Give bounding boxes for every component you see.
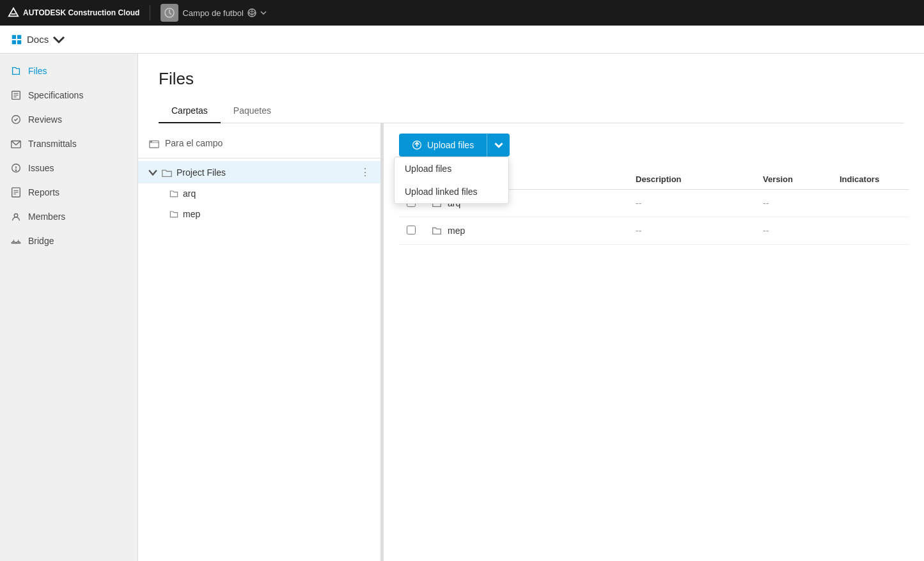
sidebar-item-issues[interactable]: Issues bbox=[0, 156, 137, 180]
docsbar: Docs bbox=[0, 26, 924, 54]
sidebar-item-members-label: Members bbox=[28, 211, 65, 222]
dropdown-upload-files[interactable]: Upload files bbox=[395, 157, 508, 180]
svg-rect-5 bbox=[12, 35, 16, 38]
tab-paquetes[interactable]: Paquetes bbox=[221, 99, 284, 123]
sidebar-item-reviews[interactable]: Reviews bbox=[0, 107, 137, 132]
topbar-project: Campo de futbol bbox=[161, 4, 266, 22]
row-version-arq: -- bbox=[755, 190, 832, 217]
docs-nav-item[interactable]: Docs bbox=[10, 33, 65, 46]
sidebar-item-bridge[interactable]: Bridge bbox=[0, 229, 137, 253]
dropdown-upload-linked[interactable]: Upload linked files bbox=[395, 180, 508, 203]
main-header: Files Carpetas Paquetes bbox=[138, 54, 924, 123]
content-area: Para el campo Project Files ⋮ arq mep bbox=[138, 123, 924, 561]
tab-carpetas[interactable]: Carpetas bbox=[159, 99, 221, 123]
svg-marker-0 bbox=[9, 8, 18, 17]
sidebar-item-files[interactable]: Files bbox=[0, 59, 137, 83]
project-icon bbox=[161, 4, 178, 22]
svg-point-22 bbox=[14, 214, 17, 217]
row-desc-mep: -- bbox=[628, 217, 755, 245]
sidebar-item-reviews-label: Reviews bbox=[28, 114, 62, 125]
sidebar-item-bridge-label: Bridge bbox=[28, 236, 54, 246]
field-row[interactable]: Para el campo bbox=[138, 131, 380, 155]
tree-child-mep-label: mep bbox=[183, 209, 200, 219]
project-folder-name: Project Files bbox=[176, 167, 226, 178]
row-indicators-mep bbox=[832, 217, 909, 245]
sidebar-item-transmittals[interactable]: Transmittals bbox=[0, 132, 137, 156]
project-name: Campo de futbol bbox=[182, 8, 243, 18]
files-panel: Upload files Upload files Upload linked … bbox=[384, 123, 924, 561]
tree-separator bbox=[138, 158, 380, 158]
svg-rect-6 bbox=[17, 35, 21, 38]
svg-point-17 bbox=[15, 170, 16, 171]
col-version-header: Version bbox=[755, 169, 832, 190]
file-tree: Para el campo Project Files ⋮ arq mep bbox=[138, 123, 381, 561]
brand-text: AUTODESK Construction Cloud bbox=[23, 8, 139, 17]
row-name-mep[interactable]: mep bbox=[423, 217, 628, 245]
tree-child-mep[interactable]: mep bbox=[138, 204, 380, 224]
col-indicators-header: Indicators bbox=[832, 169, 909, 190]
table-row: mep -- -- bbox=[399, 217, 909, 245]
docs-label: Docs bbox=[27, 34, 49, 45]
field-label: Para el campo bbox=[165, 138, 223, 148]
main-panel: Files Carpetas Paquetes Para el campo bbox=[138, 54, 924, 561]
sidebar-item-issues-label: Issues bbox=[28, 163, 54, 173]
svg-rect-7 bbox=[12, 40, 16, 43]
tabs: Carpetas Paquetes bbox=[159, 99, 904, 123]
svg-rect-8 bbox=[17, 40, 21, 43]
row-checkbox-mep[interactable] bbox=[399, 217, 423, 245]
col-description-header: Description bbox=[628, 169, 755, 190]
upload-toolbar: Upload files Upload files Upload linked … bbox=[399, 134, 909, 157]
brand-logo: AUTODESK Construction Cloud bbox=[8, 7, 139, 19]
row-desc-arq: -- bbox=[628, 190, 755, 217]
tree-child-arq[interactable]: arq bbox=[138, 183, 380, 204]
svg-point-27 bbox=[151, 141, 152, 142]
sidebar-item-reports-label: Reports bbox=[28, 187, 59, 197]
sidebar-item-specifications-label: Specifications bbox=[28, 90, 83, 100]
upload-dropdown-menu: Upload files Upload linked files bbox=[394, 157, 509, 204]
upload-files-button[interactable]: Upload files bbox=[399, 134, 487, 157]
upload-dropdown-toggle[interactable] bbox=[487, 134, 510, 157]
row-version-mep: -- bbox=[755, 217, 832, 245]
sidebar-item-members[interactable]: Members bbox=[0, 204, 137, 229]
main-layout: Files Specifications Reviews Transmittal… bbox=[0, 54, 924, 561]
page-title: Files bbox=[159, 69, 904, 89]
topbar-divider bbox=[150, 5, 150, 20]
checkbox-mep[interactable] bbox=[407, 226, 416, 234]
tree-child-arq-label: arq bbox=[183, 188, 196, 199]
folder-actions-menu[interactable]: ⋮ bbox=[360, 166, 370, 178]
sidebar-item-specifications[interactable]: Specifications bbox=[0, 83, 137, 107]
tree-project-folder[interactable]: Project Files ⋮ bbox=[138, 161, 380, 183]
sidebar-item-reports[interactable]: Reports bbox=[0, 180, 137, 204]
sidebar-item-files-label: Files bbox=[28, 66, 47, 76]
file-name-mep: mep bbox=[448, 226, 465, 236]
sidebar: Files Specifications Reviews Transmittal… bbox=[0, 54, 138, 561]
sidebar-item-transmittals-label: Transmittals bbox=[28, 139, 77, 149]
row-indicators-arq bbox=[832, 190, 909, 217]
upload-files-label: Upload files bbox=[427, 140, 474, 150]
topbar: AUTODESK Construction Cloud Campo de fut… bbox=[0, 0, 924, 26]
